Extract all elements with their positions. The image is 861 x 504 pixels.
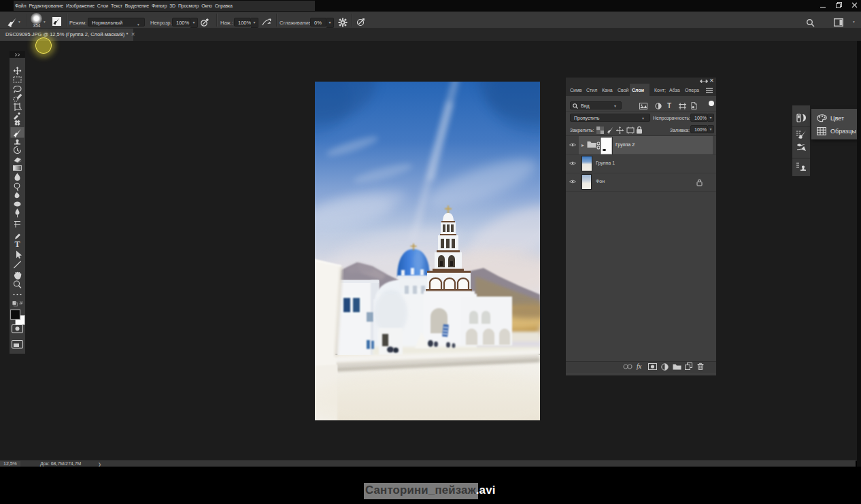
- svg-text:T: T: [14, 239, 20, 249]
